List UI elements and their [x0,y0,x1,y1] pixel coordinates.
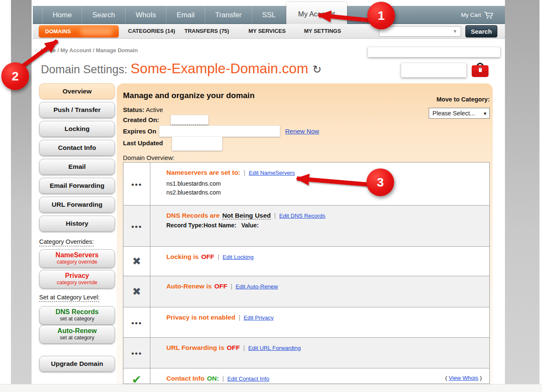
sidebar-item-history[interactable]: History [39,216,115,232]
sidebar-item-contact-info[interactable]: Contact Info [39,140,115,156]
sidebar-item-dns-records-category[interactable]: DNS Records set at category [39,306,115,325]
edit-auto-renew-link[interactable]: Edit Auto-Renew [236,283,278,290]
row-dns-records: DNS Records areNot Being Used|Edit DNS R… [123,205,489,247]
sidebar-item-nameservers-override[interactable]: NameServers category override [39,249,115,268]
check-icon [123,368,150,384]
category-overrides-label: Category Overrides: [39,238,94,246]
dns-record-headers: Record Type:Host Name: Value: [166,222,489,229]
edit-contact-info-link[interactable]: Edit Contact Info [227,376,270,382]
nameserver-2: ns2.bluestardns.com [166,188,489,197]
subnav-categories[interactable]: CATEGORIES (14) [128,24,175,38]
edit-url-forwarding-link[interactable]: Edit URL Forwarding [248,345,301,351]
right-margin [505,0,539,384]
top-nav: Home Search WhoIs Email Transfer SSL My … [33,6,505,24]
override-title: NameServers [40,251,115,259]
domains-label: DOMAINS [45,28,71,35]
subnav-domains-button[interactable]: DOMAINS [39,25,119,37]
page-title: Domain Settings: Some-Example-Domain.com… [41,61,322,77]
row-locking: Locking isOFF|Edit Locking [123,247,489,276]
search-button[interactable]: Search [465,25,497,37]
sidebar-item-email[interactable]: Email [39,159,115,175]
tab-transfer[interactable]: Transfer [205,6,252,23]
annotation-badge-3: 3 [366,168,394,196]
breadcrumb[interactable]: ⌂ Home / My Account / Manage Domain [35,47,138,53]
row-privacy: Privacy is not enabled|Edit Privacy [123,307,489,338]
row-url-forwarding: URL Forwarding isOFF|Edit URL Forwarding [123,338,489,368]
subnav-my-settings[interactable]: MY SETTINGS [304,24,341,38]
redacted-created-date [171,115,208,125]
row-contact-info: Contact InfoON:|Edit Contact Info ( View… [123,368,489,384]
x-icon [123,247,150,276]
redacted-expiry-date [159,125,280,137]
tab-email[interactable]: Email [166,6,205,23]
tab-my-account[interactable]: My Account [286,2,347,24]
row-title: Nameservers are set to: [166,169,240,176]
redacted-tools-box [401,63,467,77]
row-title: DNS Records are [166,212,220,219]
sub-nav: DOMAINS CATEGORIES (14) TRANSFERS (75) M… [33,24,505,39]
edit-nameservers-link[interactable]: Edit NameServers [249,170,295,176]
row-status: OFF [201,253,214,260]
paren-close: ) [478,375,482,381]
sidebar-item-locking[interactable]: Locking [39,121,115,137]
override-subtitle: category override [40,259,115,265]
x-icon [123,276,150,307]
tab-home[interactable]: Home [42,6,82,23]
last-updated-label: Last Updated [123,139,163,147]
tab-search[interactable]: Search [82,6,125,23]
row-status: OFF [214,283,227,290]
my-cart-button[interactable]: My Cart [461,6,494,24]
tab-ssl[interactable]: SSL [252,6,286,23]
combobox-dropdown-icon[interactable]: ▼ [453,29,457,34]
domain-search-combobox[interactable]: ▼ [379,26,461,37]
sidebar-item-push-transfer[interactable]: Push / Transfer [39,102,115,118]
sidebar-item-email-forwarding[interactable]: Email Forwarding [39,178,115,194]
section-heading: Manage and organize your domain [123,91,255,100]
row-auto-renew: Auto-Renew isOFF|Edit Auto-Renew [123,276,489,307]
separator: | [274,212,276,219]
row-status: ON: [207,375,219,382]
separator: | [218,253,219,260]
category-level-subtitle: set at category [40,316,115,322]
domain-name: Some-Example-Domain.com [131,61,308,76]
status-line: Status: Active [123,106,163,113]
tab-whois[interactable]: WhoIs [125,6,166,23]
domain-overview-label: Domain Overview: [123,154,175,161]
override-title: Privacy [40,272,115,280]
edit-dns-records-link[interactable]: Edit DNS Records [279,213,326,219]
sidebar-item-url-forwarding[interactable]: URL Forwarding [39,197,115,213]
row-title: Privacy is not enabled [166,314,235,321]
sidebar-item-privacy-override[interactable]: Privacy category override [39,270,115,288]
created-on-label: Created On: [123,116,159,123]
dots-icon [123,307,150,337]
dots-icon [123,338,150,368]
renew-now-link[interactable]: Renew Now [285,128,319,135]
my-cart-label: My Cart [461,12,481,18]
view-whois-wrap: ( View Whois ) [445,375,482,381]
toolbox-icon[interactable] [470,61,490,79]
domain-overview-table: Nameservers are set to:|Edit NameServers… [123,162,490,384]
sidebar-item-overview[interactable]: Overview [39,83,115,99]
page: Home Search WhoIs Email Transfer SSL My … [33,0,505,384]
expires-on-label: Expires On [123,128,156,135]
dots-icon [123,163,150,205]
sidebar-item-upgrade-domain[interactable]: Upgrade Domain [39,356,115,372]
annotation-badge-1: 1 [367,2,395,29]
category-select[interactable]: Please Select... ▾ [429,108,490,119]
row-status: Not Being Used [222,212,271,219]
subnav-transfers[interactable]: TRANSFERS (75) [184,24,229,38]
view-whois-link[interactable]: View Whois [449,375,478,381]
status-value: Active [144,106,163,113]
refresh-icon[interactable]: ↻ [312,63,322,76]
subnav-my-services[interactable]: MY SERVICES [248,24,286,38]
redacted-updated-date [172,136,222,151]
edit-locking-link[interactable]: Edit Locking [223,254,254,260]
sidebar-item-auto-renew-category[interactable]: Auto-Renew set at category [39,325,115,344]
edit-privacy-link[interactable]: Edit Privacy [244,315,274,321]
category-level-subtitle: set at category [40,335,115,341]
separator: | [243,344,245,351]
row-status: OFF [227,344,240,351]
select-chevron-icon: ▾ [483,109,486,119]
separator: | [244,169,246,176]
row-title: Auto-Renew is [166,283,212,290]
